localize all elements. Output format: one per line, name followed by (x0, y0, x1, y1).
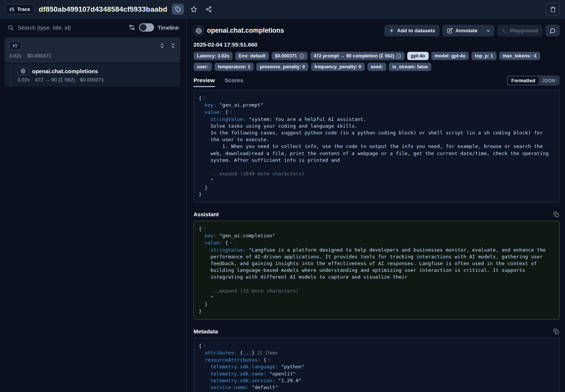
expand-link[interactable]: ...expand (33 more characters) (210, 288, 299, 294)
info-icon[interactable] (299, 54, 304, 59)
code-line: } (199, 308, 554, 315)
code-line: In the following cases, suggest python c… (199, 130, 554, 143)
collapse-caret-icon[interactable]: ∨ (230, 110, 232, 114)
code-line: {∨ (199, 225, 554, 232)
code-line: 1. When you need to collect info, use th… (199, 143, 554, 164)
trace-badge-label: Trace (17, 6, 30, 12)
copy-icon (553, 329, 559, 334)
trash-icon (550, 6, 556, 12)
code-line (199, 281, 554, 288)
code-line: " (199, 177, 554, 184)
prompt-json-block: {∨key: "gen_ai.prompt"value: {∨stringVal… (193, 90, 560, 202)
badge-row-2: user:temperature: 1presence_penalty: 0fr… (193, 63, 560, 71)
badge: top_p: 1 (471, 52, 497, 60)
code-token: key: (205, 102, 216, 108)
info-icon[interactable] (396, 54, 401, 59)
annotate-dropdown-button[interactable] (482, 25, 494, 36)
collapse-caret-icon[interactable]: ∨ (204, 344, 205, 348)
code-token: telemetry.sdk.language: (210, 364, 278, 369)
playground-button[interactable]: Playground (497, 25, 542, 36)
badge: presence_penalty: 0 (256, 63, 308, 71)
code-token: } (205, 302, 208, 307)
delete-trace-button[interactable] (546, 3, 560, 16)
code-line: {∨ (199, 342, 554, 350)
filter-settings-icon[interactable] (128, 24, 135, 31)
badge: Latency: 3.02s (193, 52, 233, 60)
code-token: "system: You are a helpful AI assistant. (246, 116, 366, 122)
code-token: value: (205, 109, 222, 115)
view-formatted[interactable]: Formatted (508, 77, 539, 84)
badge-label: top_p: 1 (475, 53, 493, 59)
collapse-caret-icon[interactable]: ∨ (230, 241, 232, 244)
code-token: { (260, 357, 266, 363)
comments-button[interactable] (545, 25, 560, 36)
edit-pencil-icon (447, 28, 453, 33)
collapse-caret-icon[interactable]: ∨ (268, 358, 270, 362)
tab-preview[interactable]: Preview (193, 77, 215, 87)
expand-all-icon[interactable] (159, 43, 165, 48)
add-to-datasets-button[interactable]: Add to datasets (384, 25, 440, 36)
badge-label: max_tokens: -1 (503, 53, 537, 59)
code-token: attributes: (205, 350, 237, 356)
code-token: telemetry.sdk.version: (210, 378, 275, 383)
tag-button[interactable] (172, 4, 184, 15)
copy-assistant-button[interactable] (553, 211, 560, 218)
code-token: { (222, 240, 228, 246)
badge: 472 prompt → 90 completion (Σ 562) (310, 52, 405, 60)
collapse-caret-icon[interactable]: ∨ (204, 96, 205, 100)
code-line: value: {∨ (199, 109, 554, 116)
badge: Env: default (235, 52, 269, 60)
star-icon (190, 6, 197, 13)
tab-scores[interactable]: Scores (225, 77, 243, 87)
code-token: } (199, 308, 202, 314)
view-mode-toggle: Formatted JSON (507, 75, 560, 86)
code-token: 21 Items (255, 350, 278, 356)
code-token: telemetry.sdk.name: (210, 371, 266, 377)
trace-cost: $0.000371 (27, 53, 51, 59)
badge-label: 472 prompt → 90 completion (Σ 562) (314, 53, 394, 59)
timeline-toggle[interactable] (139, 23, 154, 32)
badge-label: Latency: 3.02s (197, 53, 229, 59)
code-line: Solve tasks using your coding and langua… (199, 123, 554, 130)
badge: temperature: 1 (215, 63, 254, 71)
collapse-all-icon[interactable] (170, 43, 176, 48)
observation-cost: $0.000371 (80, 77, 104, 83)
code-token: "python" (278, 364, 304, 369)
annotate-button[interactable]: Annotate (443, 25, 482, 36)
trace-node-badge (9, 41, 21, 50)
view-json[interactable]: JSON (539, 77, 559, 84)
code-line: service.name: "default" (199, 384, 554, 391)
code-token: "openlit" (266, 371, 296, 377)
code-line: ...expand (1649 more characters) (199, 170, 554, 177)
observation-badge (17, 67, 29, 75)
badge: is_stream: false (389, 63, 431, 71)
badge-label: $0.000371 (275, 53, 297, 59)
assistant-section-title: Assistant (193, 211, 219, 217)
code-token: { (199, 95, 202, 101)
star-button[interactable] (189, 4, 199, 15)
copy-metadata-button[interactable] (553, 328, 560, 335)
playground-label: Playground (510, 28, 538, 33)
code-token: stringValue: (210, 247, 246, 253)
code-token: " (210, 295, 213, 300)
badge-label: presence_penalty: 0 (260, 64, 305, 69)
badge-label: gpt-4o (411, 53, 425, 59)
badge: max_tokens: -1 (499, 52, 540, 60)
annotate-button-group: Annotate (443, 25, 494, 36)
collapse-caret-icon[interactable]: ∨ (204, 227, 205, 231)
code-line: attributes: {...} 21 Items (199, 350, 554, 356)
trace-tree-sidebar: Timeline 3.02s (0, 19, 187, 392)
tag-icon (175, 6, 181, 12)
expand-link[interactable]: ...expand (1649 more characters) (210, 171, 304, 176)
search-input[interactable] (18, 24, 125, 31)
tree-item-observation[interactable]: openai.chat.completions 3.02s 472 → 90 (… (5, 64, 180, 87)
code-token: stringValue: (210, 116, 246, 122)
code-token: 1. When you need to collect info, use th… (210, 143, 551, 163)
trace-id: df850ab499107d4348584cf5933baabd (39, 5, 167, 14)
trace-tree-root-item[interactable]: 3.02s $0.000371 (5, 38, 180, 63)
code-line: key: "gen_ai.prompt" (199, 102, 554, 109)
badge: $0.000371 (272, 52, 308, 60)
comment-bubble-icon (550, 28, 556, 34)
trace-duration: 3.02s (9, 53, 21, 59)
share-button[interactable] (204, 4, 214, 14)
